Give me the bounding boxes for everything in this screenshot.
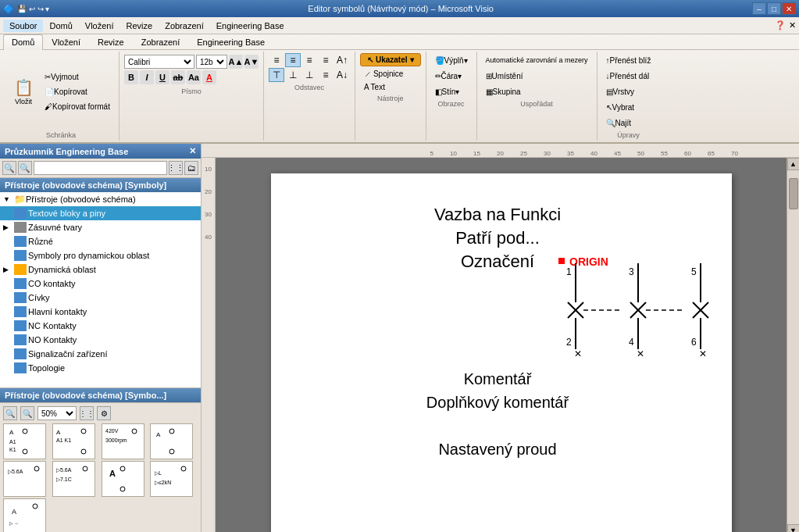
close-button[interactable]: ✕ (782, 2, 796, 15)
view-toggle-btn[interactable]: ⋮⋮ (80, 406, 94, 420)
vrstvy-button[interactable]: ▤ Vrstvy (602, 84, 655, 98)
shape-option-btn[interactable]: ⚙ (97, 406, 111, 420)
close-icon-menu[interactable]: ✕ (789, 20, 796, 30)
shape-item-3[interactable]: 420V 3000rpm (102, 423, 144, 459)
tree-item-6[interactable]: CO kontakty (0, 277, 201, 291)
search-btn-1[interactable]: 🔍 (2, 161, 16, 175)
minimize-button[interactable]: – (752, 2, 766, 15)
scroll-track-v[interactable] (787, 170, 800, 524)
align-middle-button[interactable]: ⊥ (285, 68, 301, 82)
underline-button[interactable]: U (155, 70, 169, 84)
menu-revize[interactable]: Revize (120, 20, 159, 32)
shape-item-7[interactable]: A (102, 461, 144, 497)
svg-text:▷5.6A: ▷5.6A (8, 469, 23, 474)
tree-item-12[interactable]: Topologie (0, 361, 201, 375)
increase-indent-button[interactable]: A↑ (334, 53, 350, 67)
drawing-svg: Vazba na Funkci Patří pod... Označení OR… (271, 173, 732, 532)
maximize-button[interactable]: □ (767, 2, 781, 15)
search-input[interactable] (34, 161, 167, 175)
tree-item-11[interactable]: Signalizační zařízení (0, 347, 201, 361)
search-option-btn[interactable]: 🗂 (184, 161, 198, 175)
tree-item-2[interactable]: ▶ Zásuvné tvary (0, 220, 201, 234)
text-button[interactable]: A Text (360, 81, 421, 93)
font-size-select[interactable]: 12b (196, 55, 227, 69)
shape-item-4[interactable]: A (150, 423, 193, 459)
indent-button[interactable]: ≡ (318, 68, 334, 82)
align-top-button[interactable]: ⊤ (269, 68, 284, 82)
align-right-button[interactable]: ≡ (301, 53, 317, 67)
italic-button[interactable]: I (140, 70, 154, 84)
auto-align-button[interactable]: Automatické zarovnání a mezery (482, 53, 592, 67)
shape-item-5[interactable]: ▷5.6A (3, 461, 46, 497)
vylpn-button[interactable]: 🪣 Výplň ▾ (431, 53, 472, 67)
zoom-out-btn[interactable]: 🔍 (3, 406, 17, 420)
prenes-bliz-button[interactable]: ↑ Přenést blíž (602, 53, 655, 67)
tab-domu[interactable]: Domů (3, 34, 43, 50)
bold-button[interactable]: B (124, 70, 138, 84)
tree-item-1[interactable]: Textové bloky a piny (0, 206, 201, 220)
strikethrough-button[interactable]: ab (171, 70, 185, 84)
shape-item-8[interactable]: ▷L ▷≤2kN (150, 461, 193, 497)
shape-item-9[interactable]: A ▷ ← (3, 498, 46, 532)
format-button[interactable]: Aa (187, 70, 201, 84)
tree-item-5[interactable]: ▶ Dynamická oblast (0, 262, 201, 277)
help-icon[interactable]: ❓ (775, 20, 786, 30)
tab-revize[interactable]: Revize (89, 34, 133, 49)
copy-button[interactable]: 📄 Kopírovat (41, 84, 114, 98)
font-color-button[interactable]: A (202, 70, 216, 84)
tree-item-3[interactable]: Různé (0, 234, 201, 248)
sidebar-close-btn[interactable]: ✕ (189, 146, 196, 156)
menu-vlozeni[interactable]: Vložení (79, 20, 120, 32)
group-shape: 🪣 Výplň ▾ ✏ Čára ▾ ◧ Stín ▾ Obrazec (426, 52, 477, 141)
prenes-dal-button[interactable]: ↓ Přenést dál (602, 69, 655, 83)
stin-button[interactable]: ◧ Stín ▾ (431, 84, 472, 98)
paste-button[interactable]: 📋 Vložit (8, 74, 39, 109)
menu-zobrazeni[interactable]: Zobrazení (159, 20, 210, 32)
shape-item-6[interactable]: ▷5.6A ▷7.1C (52, 461, 95, 497)
align-bottom-button[interactable]: ⊥ (301, 68, 317, 82)
shape-item-2[interactable]: A A1 K1 (52, 423, 95, 459)
decrease-indent-button[interactable]: A↓ (334, 68, 350, 82)
menu-domu[interactable]: Domů (43, 20, 78, 32)
zoom-select[interactable]: 50% (37, 406, 77, 420)
font-shrink-button[interactable]: A▼ (244, 55, 259, 69)
tree-item-4[interactable]: Symboly pro dynamickou oblast (0, 248, 201, 262)
search-list-btn[interactable]: ⋮⋮ (169, 161, 183, 175)
skupina-button[interactable]: ▦ Skupina (482, 84, 592, 98)
tree-item-8[interactable]: Hlavní kontakty (0, 305, 201, 319)
cut-button[interactable]: ✂ Vyjmout (41, 70, 114, 84)
font-grow-button[interactable]: A▲ (229, 55, 243, 69)
zoom-in-btn[interactable]: 🔍 (20, 406, 34, 420)
tree-item-7[interactable]: Cívky (0, 291, 201, 305)
spojnice-button[interactable]: ⟋ Spojnice (360, 68, 421, 80)
tree-item-0[interactable]: ▼ 📁 Přístroje (obvodové schéma) (0, 192, 201, 206)
text-patri: Patří pod... (455, 228, 540, 248)
edit-buttons: ↑ Přenést blíž ↓ Přenést dál ▤ Vrstvy ↖ … (602, 53, 655, 130)
najit-button[interactable]: 🔍 Najít (602, 116, 655, 130)
font-family-select[interactable]: Calibri (124, 55, 194, 69)
scroll-thumb-v[interactable] (789, 178, 798, 209)
tab-zobrazeni[interactable]: Zobrazení (133, 34, 189, 49)
shape-item-1[interactable]: A A1 K1 (3, 423, 46, 459)
menu-engineering[interactable]: Engineering Base (210, 20, 291, 32)
scroll-down-btn[interactable]: ▼ (787, 524, 800, 532)
tab-vlozeni[interactable]: Vložení (43, 34, 89, 49)
tree-item-10[interactable]: NO Kontakty (0, 333, 201, 347)
cara-button[interactable]: ✏ Čára ▾ (431, 69, 472, 83)
menu-soubor[interactable]: Soubor (3, 20, 43, 32)
list-button[interactable]: ≡ (318, 53, 334, 67)
search-btn-2[interactable]: 🔍 (18, 161, 32, 175)
tab-engineering[interactable]: Engineering Base (188, 34, 273, 49)
tree-item-9[interactable]: NC Kontakty (0, 319, 201, 333)
canvas-scroll[interactable]: Vazba na Funkci Patří pod... Označení OR… (216, 158, 787, 532)
svg-text:A: A (156, 431, 161, 438)
scroll-up-btn[interactable]: ▲ (787, 158, 800, 170)
align-center-button[interactable]: ≡ (285, 53, 301, 67)
align-left-button[interactable]: ≡ (269, 53, 284, 67)
quick-access: 💾 ↩ ↪ ▾ (17, 5, 49, 13)
format-copy-button[interactable]: 🖌 Kopírovat formát (41, 99, 114, 113)
umisteni-button[interactable]: ⊞ Umístění (482, 69, 592, 83)
ukazatel-button[interactable]: ↖ Ukazatel ▾ (360, 53, 421, 66)
sidebar-tree[interactable]: ▼ 📁 Přístroje (obvodové schéma) Textové … (0, 192, 201, 387)
vybrat-button[interactable]: ↖ Vybrat (602, 100, 655, 114)
